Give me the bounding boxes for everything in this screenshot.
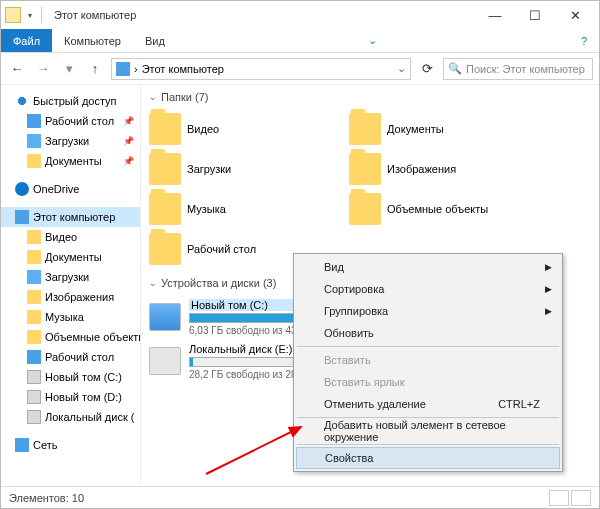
folder-documents[interactable]: Документы bbox=[349, 109, 549, 149]
breadcrumb[interactable]: Этот компьютер bbox=[142, 63, 224, 75]
back-button[interactable]: ← bbox=[7, 59, 27, 79]
drive-icon bbox=[149, 303, 181, 331]
ctx-add-network[interactable]: Добавить новый элемент в сетевое окружен… bbox=[296, 420, 560, 442]
ctx-paste: Вставить bbox=[296, 349, 560, 371]
nav-downloads[interactable]: Загрузки📌 bbox=[1, 131, 140, 151]
ctx-properties[interactable]: Свойства bbox=[296, 447, 560, 469]
path-dropdown-icon[interactable]: ⌄ bbox=[397, 62, 406, 75]
chevron-right-icon: ▶ bbox=[545, 262, 552, 272]
ribbon: Файл Компьютер Вид ⌄ ? bbox=[1, 29, 599, 53]
view-details-button[interactable] bbox=[549, 490, 569, 506]
folder-3d-objects[interactable]: Объемные объекты bbox=[349, 189, 549, 229]
ctx-sort[interactable]: Сортировка▶ bbox=[296, 278, 560, 300]
chevron-right-icon: ▶ bbox=[545, 284, 552, 294]
nav-3d-objects[interactable]: Объемные объекть bbox=[1, 327, 140, 347]
recent-button[interactable]: ▾ bbox=[59, 59, 79, 79]
nav-drive-c[interactable]: Новый том (C:) bbox=[1, 367, 140, 387]
pc-icon bbox=[116, 62, 130, 76]
help-button[interactable]: ? bbox=[569, 29, 599, 52]
nav-drive-d[interactable]: Новый том (D:) bbox=[1, 387, 140, 407]
search-input[interactable]: 🔍 Поиск: Этот компьютер bbox=[443, 58, 593, 80]
drive-icon bbox=[149, 347, 181, 375]
nav-videos[interactable]: Видео bbox=[1, 227, 140, 247]
status-bar: Элементов: 10 bbox=[1, 486, 599, 508]
ribbon-tab-view[interactable]: Вид bbox=[133, 29, 177, 52]
nav-documents[interactable]: Документы📌 bbox=[1, 151, 140, 171]
forward-button[interactable]: → bbox=[33, 59, 53, 79]
nav-this-pc[interactable]: Этот компьютер bbox=[1, 207, 140, 227]
breadcrumb-sep: › bbox=[134, 63, 138, 75]
folder-videos[interactable]: Видео bbox=[149, 109, 349, 149]
nav-documents2[interactable]: Документы bbox=[1, 247, 140, 267]
ctx-refresh[interactable]: Обновить bbox=[296, 322, 560, 344]
refresh-button[interactable]: ⟳ bbox=[417, 59, 437, 79]
window-title: Этот компьютер bbox=[54, 9, 136, 21]
nav-desktop[interactable]: Рабочий стол📌 bbox=[1, 111, 140, 131]
ribbon-expand-button[interactable]: ⌄ bbox=[358, 29, 388, 52]
section-folders[interactable]: ⌄Папки (7) bbox=[149, 91, 599, 103]
ctx-group[interactable]: Группировка▶ bbox=[296, 300, 560, 322]
nav-images[interactable]: Изображения bbox=[1, 287, 140, 307]
search-icon: 🔍 bbox=[448, 62, 462, 75]
nav-pane: Быстрый доступ Рабочий стол📌 Загрузки📌 Д… bbox=[1, 85, 141, 483]
path-box[interactable]: › Этот компьютер ⌄ bbox=[111, 58, 411, 80]
ribbon-tab-computer[interactable]: Компьютер bbox=[52, 29, 133, 52]
app-icon bbox=[5, 7, 21, 23]
nav-downloads2[interactable]: Загрузки bbox=[1, 267, 140, 287]
titlebar: ▾ Этот компьютер — ☐ ✕ bbox=[1, 1, 599, 29]
ribbon-tab-file[interactable]: Файл bbox=[1, 29, 52, 52]
minimize-button[interactable]: — bbox=[475, 1, 515, 29]
folder-images[interactable]: Изображения bbox=[349, 149, 549, 189]
nav-onedrive[interactable]: OneDrive bbox=[1, 179, 140, 199]
maximize-button[interactable]: ☐ bbox=[515, 1, 555, 29]
close-button[interactable]: ✕ bbox=[555, 1, 595, 29]
nav-quick-access[interactable]: Быстрый доступ bbox=[1, 91, 140, 111]
context-menu: Вид▶ Сортировка▶ Группировка▶ Обновить В… bbox=[293, 253, 563, 472]
view-large-button[interactable] bbox=[571, 490, 591, 506]
nav-desktop2[interactable]: Рабочий стол bbox=[1, 347, 140, 367]
status-count: Элементов: 10 bbox=[9, 492, 84, 504]
folder-downloads[interactable]: Загрузки bbox=[149, 149, 349, 189]
search-placeholder: Поиск: Этот компьютер bbox=[466, 63, 585, 75]
nav-drive-e[interactable]: Локальный диск ( bbox=[1, 407, 140, 427]
chevron-right-icon: ▶ bbox=[545, 306, 552, 316]
ctx-view[interactable]: Вид▶ bbox=[296, 256, 560, 278]
ctx-paste-shortcut: Вставить ярлык bbox=[296, 371, 560, 393]
up-button[interactable]: ↑ bbox=[85, 59, 105, 79]
address-bar: ← → ▾ ↑ › Этот компьютер ⌄ ⟳ 🔍 Поиск: Эт… bbox=[1, 53, 599, 85]
folder-music[interactable]: Музыка bbox=[149, 189, 349, 229]
ctx-undo[interactable]: Отменить удалениеCTRL+Z bbox=[296, 393, 560, 415]
nav-music[interactable]: Музыка bbox=[1, 307, 140, 327]
qat-dropdown[interactable]: ▾ bbox=[25, 11, 35, 20]
nav-network[interactable]: Сеть bbox=[1, 435, 140, 455]
